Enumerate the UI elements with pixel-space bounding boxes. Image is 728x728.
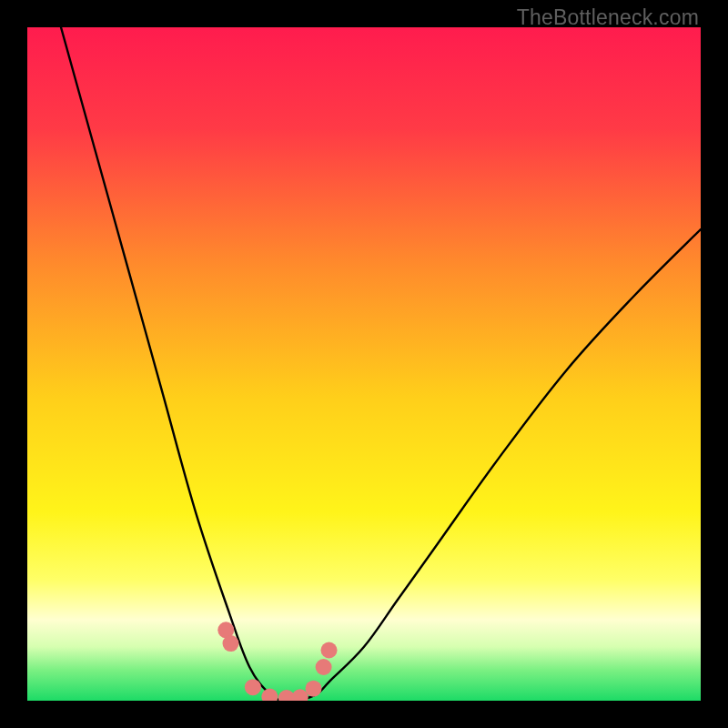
marker-point xyxy=(316,659,332,675)
watermark-text: TheBottleneck.com xyxy=(517,5,699,30)
marker-point xyxy=(306,681,322,697)
chart-frame: TheBottleneck.com xyxy=(0,0,728,728)
marker-point xyxy=(261,689,278,701)
plot-area xyxy=(27,27,701,701)
marker-point xyxy=(222,635,238,652)
marker-point xyxy=(245,679,261,695)
marker-point xyxy=(321,642,338,659)
bottleneck-curve xyxy=(61,27,701,701)
curve-layer xyxy=(27,27,701,701)
